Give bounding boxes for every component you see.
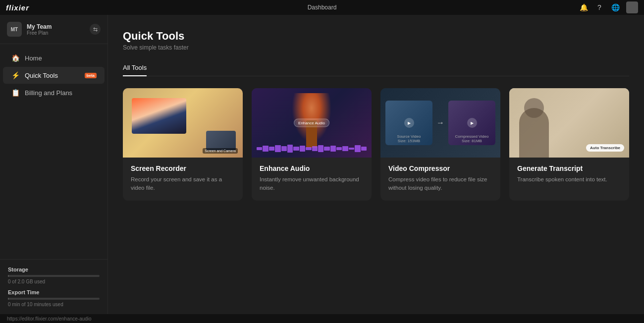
page-subtitle: Solve simple tasks faster bbox=[123, 44, 629, 51]
source-play-button: ▶ bbox=[404, 118, 414, 128]
main-layout: MT My Team Free Plan ⇆ 🏠 Home ⚡ Quick To… bbox=[0, 15, 644, 314]
waveform-bar bbox=[281, 146, 287, 151]
sidebar-item-home-label: Home bbox=[25, 54, 97, 62]
sidebar-expand-button[interactable]: ⇆ bbox=[90, 24, 101, 35]
waveform-bar bbox=[293, 147, 299, 151]
sidebar-nav: 🏠 Home ⚡ Quick Tools beta 📋 Billing and … bbox=[0, 44, 107, 259]
team-plan: Free Plan bbox=[27, 30, 52, 36]
tool-card-generate-transcript-image: Auto Transcribe bbox=[509, 88, 629, 158]
waveform-bar bbox=[306, 147, 311, 150]
tool-card-enhance-audio-image: Enhance Audio bbox=[252, 88, 372, 158]
tool-card-screen-recorder[interactable]: Screen and Camera Screen Recorder Record… bbox=[123, 88, 243, 201]
screen-recorder-camera bbox=[206, 131, 236, 151]
compressed-video-label: Compressed VideoSize: 81MB bbox=[448, 134, 495, 143]
sidebar-item-quick-tools-label: Quick Tools bbox=[25, 72, 80, 79]
enhance-audio-illustration: Enhance Audio bbox=[252, 88, 372, 158]
screen-recorder-monitor bbox=[132, 98, 186, 134]
storage-label: Storage bbox=[8, 267, 100, 272]
screen-recorder-title: Screen Recorder bbox=[131, 164, 235, 172]
export-label: Export Time bbox=[8, 289, 100, 295]
beta-badge: beta bbox=[85, 73, 97, 78]
waveform-bar bbox=[312, 146, 318, 151]
billing-icon: 📋 bbox=[11, 89, 20, 97]
generate-transcript-illustration: Auto Transcribe bbox=[509, 88, 629, 158]
waveform-bar bbox=[324, 147, 329, 151]
screen-recorder-camera-inner bbox=[206, 131, 236, 151]
enhance-audio-title: Enhance Audio bbox=[260, 164, 364, 172]
storage-progress-fill bbox=[8, 275, 9, 277]
home-icon: 🏠 bbox=[11, 54, 20, 62]
topbar-icons: 🔔 ? 🌐 bbox=[579, 1, 638, 13]
tool-card-video-compressor-body: Video Compressor Compress video files to… bbox=[380, 158, 500, 201]
generate-transcript-title: Generate Transcript bbox=[517, 164, 621, 172]
tool-card-generate-transcript[interactable]: Auto Transcribe Generate Transcript Tran… bbox=[509, 88, 629, 201]
tool-card-enhance-audio-body: Enhance Audio Instantly remove unwanted … bbox=[252, 158, 372, 201]
screen-recorder-desc: Record your screen and save it as a vide… bbox=[131, 175, 235, 193]
page-title: Quick Tools bbox=[123, 30, 629, 43]
topbar-title: Dashboard bbox=[308, 4, 337, 11]
compress-arrow-icon: → bbox=[436, 118, 444, 127]
waveform-bar bbox=[330, 146, 336, 152]
waveform-bar bbox=[257, 147, 262, 150]
waveform-bar bbox=[355, 145, 360, 152]
tool-card-generate-transcript-body: Generate Transcript Transcribe spoken co… bbox=[509, 158, 629, 192]
enhance-audio-badge: Enhance Audio bbox=[294, 119, 329, 127]
waveform-bar bbox=[263, 146, 268, 152]
sidebar-item-billing[interactable]: 📋 Billing and Plans bbox=[3, 84, 105, 101]
status-bar: https://editor.flixier.com/enhance-audio bbox=[0, 314, 644, 323]
logo: flixier bbox=[6, 3, 29, 12]
video-compressor-illustration: ▶ Source VideoSize: 153MB → ▶ Compressed… bbox=[380, 88, 500, 158]
tabs-bar: All Tools bbox=[123, 60, 629, 76]
waveform-bar bbox=[287, 145, 293, 153]
export-progress-fill bbox=[8, 298, 9, 300]
waveform-bar bbox=[300, 146, 305, 152]
quick-tools-icon: ⚡ bbox=[11, 71, 20, 79]
waveform-bar bbox=[318, 145, 323, 152]
export-progress-bar bbox=[8, 298, 100, 300]
enhance-audio-desc: Instantly remove unwanted background noi… bbox=[260, 175, 364, 193]
tool-card-video-compressor[interactable]: ▶ Source VideoSize: 153MB → ▶ Compressed… bbox=[380, 88, 500, 201]
audio-waveform bbox=[257, 144, 367, 154]
sidebar-item-billing-label: Billing and Plans bbox=[25, 89, 97, 97]
status-url: https://editor.flixier.com/enhance-audio bbox=[7, 316, 92, 322]
waveform-bar bbox=[275, 145, 280, 152]
compressed-video-box: ▶ Compressed VideoSize: 81MB bbox=[448, 101, 495, 145]
team-info-left: MT My Team Free Plan bbox=[7, 22, 52, 37]
page-header: Quick Tools Solve simple tasks faster bbox=[123, 30, 629, 51]
tools-grid: Screen and Camera Screen Recorder Record… bbox=[123, 88, 629, 201]
audio-candle-area: Enhance Audio bbox=[252, 88, 372, 158]
source-video-box: ▶ Source VideoSize: 153MB bbox=[385, 101, 432, 145]
transcript-person-body bbox=[519, 108, 549, 158]
tool-card-video-compressor-image: ▶ Source VideoSize: 153MB → ▶ Compressed… bbox=[380, 88, 500, 158]
export-used-text: 0 min of 10 minutes used bbox=[8, 302, 100, 307]
waveform-bar bbox=[336, 147, 342, 150]
content-area: Quick Tools Solve simple tasks faster Al… bbox=[108, 15, 644, 314]
team-avatar: MT bbox=[7, 22, 22, 37]
notification-icon[interactable]: 🔔 bbox=[579, 2, 589, 12]
globe-icon[interactable]: 🌐 bbox=[610, 2, 620, 12]
video-compressor-desc: Compress video files to reduce file size… bbox=[388, 175, 492, 193]
tool-card-screen-recorder-image: Screen and Camera bbox=[123, 88, 243, 158]
sidebar-item-home[interactable]: 🏠 Home bbox=[3, 50, 105, 66]
waveform-bar bbox=[361, 147, 367, 151]
sidebar-bottom: Storage 0 of 2.0 GB used Export Time 0 m… bbox=[0, 259, 107, 314]
video-compressor-title: Video Compressor bbox=[388, 164, 492, 172]
team-info: My Team Free Plan bbox=[27, 23, 52, 36]
sidebar-item-quick-tools[interactable]: ⚡ Quick Tools beta bbox=[3, 67, 105, 84]
tool-card-screen-recorder-body: Screen Recorder Record your screen and s… bbox=[123, 158, 243, 201]
generate-transcript-desc: Transcribe spoken content into text. bbox=[517, 175, 621, 184]
waveform-bar bbox=[269, 147, 274, 151]
screen-recorder-monitor-content bbox=[132, 98, 186, 134]
sidebar-team[interactable]: MT My Team Free Plan ⇆ bbox=[0, 15, 107, 44]
user-avatar[interactable] bbox=[626, 1, 638, 13]
waveform-bar bbox=[349, 148, 354, 150]
tab-all-tools[interactable]: All Tools bbox=[123, 60, 147, 76]
topbar: flixier Dashboard 🔔 ? 🌐 bbox=[0, 0, 644, 15]
compressed-play-button: ▶ bbox=[467, 118, 477, 128]
auto-transcribe-badge: Auto Transcribe bbox=[586, 144, 624, 152]
storage-progress-bar bbox=[8, 275, 100, 277]
storage-used-text: 0 of 2.0 GB used bbox=[8, 279, 100, 284]
team-name: My Team bbox=[27, 23, 52, 30]
tool-card-enhance-audio[interactable]: Enhance Audio bbox=[252, 88, 372, 201]
help-icon[interactable]: ? bbox=[594, 2, 604, 12]
